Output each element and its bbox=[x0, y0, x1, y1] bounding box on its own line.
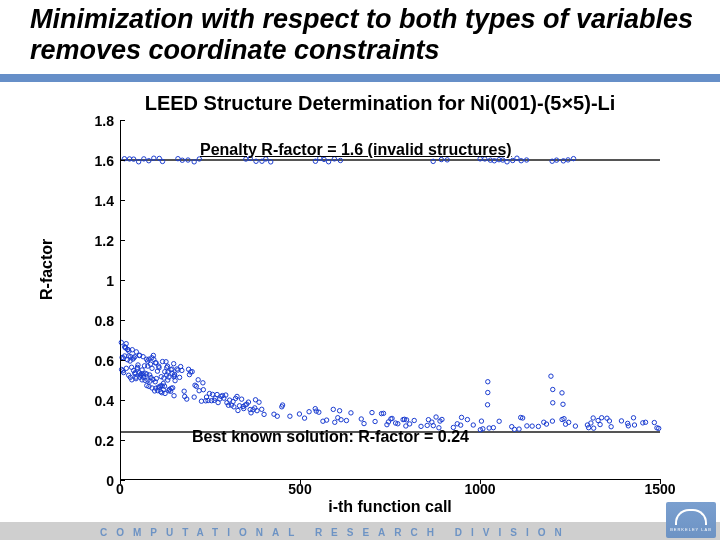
x-tick bbox=[660, 479, 661, 484]
y-tick-label: 1.6 bbox=[95, 154, 114, 168]
y-tick bbox=[120, 320, 125, 321]
y-axis-label: R-factor bbox=[38, 239, 56, 300]
title-underline bbox=[0, 74, 720, 82]
slide-title: Minimization with respect to both types … bbox=[30, 4, 700, 66]
x-tick bbox=[120, 479, 121, 484]
annotation-penalty: Penalty R-factor = 1.6 (invalid structur… bbox=[200, 141, 512, 159]
y-tick bbox=[120, 200, 125, 201]
footer-text: COMPUTATIONAL RESEARCH DIVISION bbox=[100, 527, 600, 538]
y-tick bbox=[120, 160, 125, 161]
slide: Minimization with respect to both types … bbox=[0, 0, 720, 540]
x-tick-label: 1500 bbox=[644, 482, 675, 496]
lab-logo-arc-icon bbox=[675, 509, 707, 525]
x-tick bbox=[480, 479, 481, 484]
lab-logo: BERKELEY LAB bbox=[666, 502, 716, 538]
x-tick-label: 500 bbox=[288, 482, 311, 496]
lab-logo-label: BERKELEY LAB bbox=[670, 527, 712, 532]
y-tick-label: 0.4 bbox=[95, 394, 114, 408]
annotation-best: Best known solution: R-factor = 0.24 bbox=[192, 428, 469, 446]
x-tick-label: 0 bbox=[116, 482, 124, 496]
chart-title: LEED Structure Determination for Ni(001)… bbox=[80, 92, 680, 115]
y-tick bbox=[120, 400, 125, 401]
y-tick bbox=[120, 360, 125, 361]
y-tick bbox=[120, 440, 125, 441]
x-axis-label: i-th function call bbox=[120, 498, 660, 516]
y-tick-label: 0 bbox=[106, 474, 114, 488]
y-tick-label: 1.8 bbox=[95, 114, 114, 128]
y-tick-label: 0.2 bbox=[95, 434, 114, 448]
y-tick-label: 0.6 bbox=[95, 354, 114, 368]
y-tick-label: 1.2 bbox=[95, 234, 114, 248]
y-tick-label: 0.8 bbox=[95, 314, 114, 328]
x-tick-label: 1000 bbox=[464, 482, 495, 496]
y-tick-label: 1.4 bbox=[95, 194, 114, 208]
y-tick bbox=[120, 280, 125, 281]
y-tick bbox=[120, 120, 125, 121]
y-tick-label: 1 bbox=[106, 274, 114, 288]
plot-axes bbox=[120, 120, 660, 480]
y-tick bbox=[120, 240, 125, 241]
x-tick bbox=[300, 479, 301, 484]
